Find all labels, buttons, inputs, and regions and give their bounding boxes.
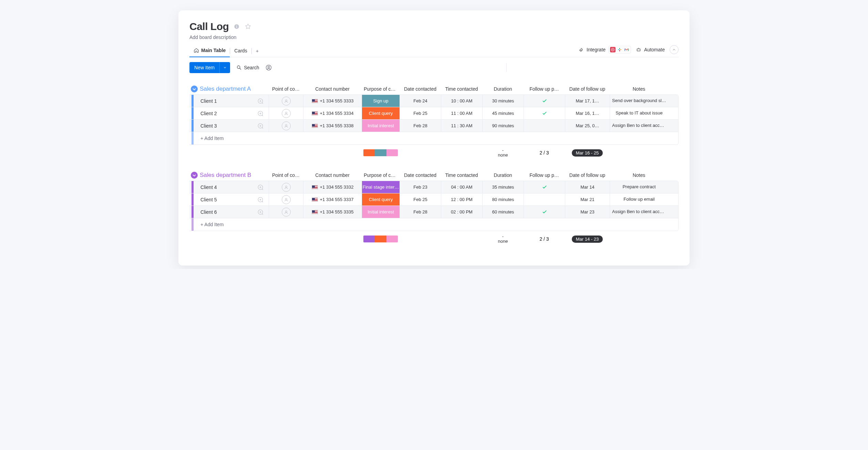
contact-number-cell[interactable]: +1 334 555 3337: [303, 193, 362, 206]
group-title[interactable]: Sales department B: [200, 172, 255, 179]
column-header[interactable]: Date of follow up: [565, 170, 610, 180]
contact-number-cell[interactable]: +1 334 555 3333: [303, 95, 362, 107]
item-name[interactable]: Client 3: [196, 123, 254, 129]
board-description[interactable]: Add board description: [189, 34, 679, 40]
column-header[interactable]: Purpose of co…: [362, 170, 400, 180]
column-header[interactable]: Time contacted: [441, 170, 482, 180]
notes-cell[interactable]: Follow up email: [610, 193, 668, 206]
column-header[interactable]: Follow up p…: [524, 170, 565, 180]
notes-cell[interactable]: Speak to IT about issue: [610, 107, 668, 119]
table-row[interactable]: Client 6 +1 334 555 3335Initial interest…: [189, 206, 678, 218]
collapse-header-button[interactable]: [670, 45, 679, 54]
contact-number-cell[interactable]: +1 334 555 3335: [303, 206, 362, 218]
group-toggle[interactable]: [191, 86, 198, 92]
follow-up-cell[interactable]: [524, 181, 565, 193]
column-header[interactable]: Contact number: [303, 84, 362, 94]
follow-up-date-cell[interactable]: Mar 25, 0…: [565, 120, 610, 132]
group-toggle[interactable]: [191, 172, 198, 179]
point-of-contact-cell[interactable]: [269, 181, 303, 193]
group-title[interactable]: Sales department A: [200, 86, 255, 92]
date-contacted-cell[interactable]: Feb 23: [400, 181, 441, 193]
duration-cell[interactable]: 90 minutes: [482, 120, 524, 132]
point-of-contact-cell[interactable]: [269, 206, 303, 218]
point-of-contact-cell[interactable]: [269, 120, 303, 132]
time-contacted-cell[interactable]: 02 : 00 PM: [441, 206, 482, 218]
purpose-cell[interactable]: Client query: [362, 193, 400, 206]
chat-icon[interactable]: [257, 98, 264, 104]
purpose-cell[interactable]: Client query: [362, 107, 400, 119]
new-item-dropdown[interactable]: [219, 62, 230, 73]
column-header[interactable]: Duration: [482, 84, 524, 94]
column-header[interactable]: Purpose of co…: [362, 84, 400, 94]
column-header[interactable]: Date contacted: [400, 170, 441, 180]
item-name[interactable]: Client 6: [196, 209, 254, 215]
follow-up-cell[interactable]: [524, 206, 565, 218]
follow-up-cell[interactable]: [524, 95, 565, 107]
contact-number-cell[interactable]: +1 334 555 3332: [303, 181, 362, 193]
chat-icon[interactable]: [257, 110, 264, 117]
notes-cell[interactable]: Assign Ben to client accou…: [610, 120, 668, 132]
column-header[interactable]: Date of follow up: [565, 84, 610, 94]
date-contacted-cell[interactable]: Feb 24: [400, 95, 441, 107]
purpose-cell[interactable]: Final stage inter…: [362, 181, 400, 193]
add-item-row[interactable]: + Add Item: [189, 218, 678, 231]
table-row[interactable]: Client 4 +1 334 555 3332Final stage inte…: [189, 181, 678, 193]
column-header[interactable]: Date contacted: [400, 84, 441, 94]
table-row[interactable]: Client 3 +1 334 555 3338Initial interest…: [189, 120, 678, 132]
notes-cell[interactable]: Send over background slid…: [610, 95, 668, 107]
search-button[interactable]: Search: [236, 65, 259, 70]
contact-number-cell[interactable]: +1 334 555 3338: [303, 120, 362, 132]
date-contacted-cell[interactable]: Feb 25: [400, 107, 441, 119]
item-name[interactable]: Client 5: [196, 197, 254, 202]
table-row[interactable]: Client 1 +1 334 555 3333Sign upFeb 2410 …: [189, 95, 678, 107]
time-contacted-cell[interactable]: 04 : 00 AM: [441, 181, 482, 193]
time-contacted-cell[interactable]: 11 : 00 AM: [441, 107, 482, 119]
integrate-button[interactable]: Integrate: [578, 46, 631, 53]
follow-up-date-cell[interactable]: Mar 14: [565, 181, 610, 193]
follow-up-date-cell[interactable]: Mar 16, 1…: [565, 107, 610, 119]
follow-up-date-cell[interactable]: Mar 21: [565, 193, 610, 206]
star-icon[interactable]: [245, 23, 251, 30]
date-contacted-cell[interactable]: Feb 28: [400, 120, 441, 132]
tab-cards[interactable]: Cards: [230, 45, 251, 57]
new-item-button[interactable]: New Item: [189, 62, 230, 73]
point-of-contact-cell[interactable]: [269, 107, 303, 119]
contact-number-cell[interactable]: +1 334 555 3334: [303, 107, 362, 119]
date-contacted-cell[interactable]: Feb 28: [400, 206, 441, 218]
follow-up-cell[interactable]: [524, 193, 565, 206]
time-contacted-cell[interactable]: 11 : 30 AM: [441, 120, 482, 132]
column-header[interactable]: Point of co…: [269, 170, 303, 180]
chat-icon[interactable]: [257, 184, 264, 191]
notes-cell[interactable]: Prepare contract: [610, 181, 668, 193]
column-header[interactable]: Follow up p…: [524, 84, 565, 94]
item-name[interactable]: Client 4: [196, 184, 254, 190]
purpose-cell[interactable]: Initial interest: [362, 120, 400, 132]
chat-icon[interactable]: [257, 209, 264, 216]
duration-cell[interactable]: 30 minutes: [482, 95, 524, 107]
duration-cell[interactable]: 35 minutes: [482, 181, 524, 193]
new-item-label[interactable]: New Item: [189, 62, 219, 73]
follow-up-date-cell[interactable]: Mar 17, 1…: [565, 95, 610, 107]
time-contacted-cell[interactable]: 10 : 00 AM: [441, 95, 482, 107]
purpose-cell[interactable]: Sign up: [362, 95, 400, 107]
follow-up-cell[interactable]: [524, 120, 565, 132]
point-of-contact-cell[interactable]: [269, 193, 303, 206]
chat-icon[interactable]: [257, 122, 264, 129]
follow-up-date-cell[interactable]: Mar 23: [565, 206, 610, 218]
duration-cell[interactable]: 60 minutes: [482, 206, 524, 218]
item-name[interactable]: Client 1: [196, 98, 254, 104]
time-contacted-cell[interactable]: 12 : 00 PM: [441, 193, 482, 206]
column-header[interactable]: Notes: [610, 84, 668, 94]
person-filter-button[interactable]: [265, 64, 272, 71]
point-of-contact-cell[interactable]: [269, 95, 303, 107]
duration-cell[interactable]: 45 minutes: [482, 107, 524, 119]
item-name[interactable]: Client 2: [196, 111, 254, 116]
date-contacted-cell[interactable]: Feb 25: [400, 193, 441, 206]
info-icon[interactable]: [234, 23, 240, 30]
duration-cell[interactable]: 80 minutes: [482, 193, 524, 206]
chat-icon[interactable]: [257, 196, 264, 203]
automate-button[interactable]: Automate: [636, 47, 665, 52]
column-header[interactable]: Time contacted: [441, 84, 482, 94]
follow-up-cell[interactable]: [524, 107, 565, 119]
column-header[interactable]: Point of co…: [269, 84, 303, 94]
